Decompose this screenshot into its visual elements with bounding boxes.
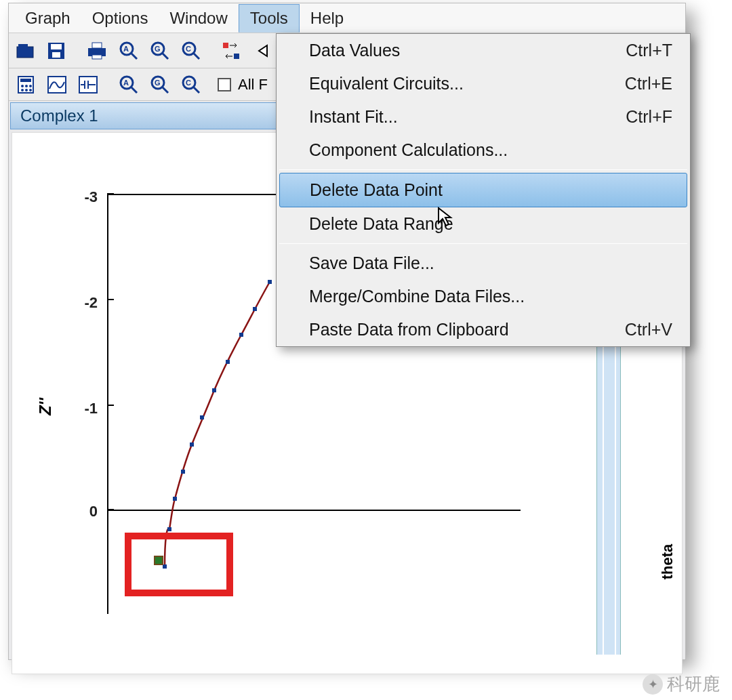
menuitem-label: Merge/Combine Data Files... (309, 287, 525, 306)
menuitem-save-data-file[interactable]: Save Data File... (277, 247, 690, 280)
svg-text:A: A (123, 45, 129, 53)
menuitem-label: Delete Data Point (310, 180, 443, 200)
svg-rect-6 (92, 43, 102, 48)
svg-text:G: G (155, 79, 161, 87)
selected-data-point[interactable] (154, 556, 163, 565)
svg-rect-46 (190, 442, 194, 447)
menuitem-shortcut: Ctrl+V (625, 320, 672, 339)
svg-rect-18 (234, 54, 239, 59)
svg-point-26 (29, 89, 32, 91)
menuitem-shortcut: Ctrl+E (625, 74, 672, 94)
svg-rect-49 (226, 360, 230, 364)
svg-line-37 (163, 87, 168, 93)
ytick-neg3: -3 (70, 188, 98, 206)
wave-icon[interactable] (43, 70, 71, 99)
menuitem-label: Paste Data from Clipboard (309, 320, 509, 339)
menuitem-data-values[interactable]: Data Values Ctrl+T (277, 34, 690, 67)
swap-icon[interactable] (218, 37, 246, 65)
menuitem-label: Instant Fit... (309, 107, 398, 127)
svg-line-9 (131, 54, 137, 59)
menuitem-label: Equivalent Circuits... (309, 74, 464, 94)
menuitem-label: Save Data File... (309, 253, 434, 273)
calculator-icon[interactable] (12, 70, 40, 99)
svg-line-40 (194, 87, 199, 93)
svg-line-12 (163, 54, 168, 59)
tools-dropdown: Data Values Ctrl+T Equivalent Circuits..… (276, 33, 691, 347)
menuitem-label: Delete Data Range (309, 214, 453, 234)
menuitem-delete-data-point[interactable]: Delete Data Point (279, 173, 687, 207)
svg-rect-52 (268, 280, 272, 284)
menubar: Graph Options Window Tools Help (9, 3, 685, 33)
left-icon[interactable] (249, 37, 277, 65)
ytick-0: 0 (70, 503, 98, 520)
svg-text:C: C (186, 45, 191, 53)
subwindow-title: Complex 1 (20, 106, 98, 125)
menu-tools[interactable]: Tools (239, 4, 300, 33)
svg-text:G: G (155, 45, 161, 53)
menuitem-label: Data Values (309, 41, 400, 60)
svg-point-23 (29, 85, 32, 87)
highlight-box (125, 533, 233, 596)
watermark: ✦ 科研鹿 (643, 672, 720, 696)
svg-point-25 (25, 89, 28, 91)
secondary-y-label: theta (659, 544, 677, 580)
menuitem-paste-clipboard[interactable]: Paste Data from Clipboard Ctrl+V (277, 313, 690, 346)
menu-graph[interactable]: Graph (14, 5, 81, 32)
zoom-a-icon[interactable]: A (115, 37, 143, 65)
svg-rect-51 (253, 307, 257, 311)
svg-rect-43 (167, 527, 171, 531)
wechat-icon: ✦ (643, 674, 663, 695)
svg-text:C: C (186, 79, 191, 87)
menuitem-equivalent-circuits[interactable]: Equivalent Circuits... Ctrl+E (277, 67, 690, 100)
app-window: Graph Options Window Tools Help A G C (8, 3, 686, 660)
ytick-neg1: -1 (70, 400, 98, 417)
svg-rect-4 (52, 52, 60, 58)
svg-point-21 (21, 85, 24, 87)
zoom-g-icon[interactable]: G (146, 37, 174, 65)
svg-line-15 (194, 54, 199, 59)
y-axis-label: Z'' (36, 398, 55, 415)
menuitem-delete-data-range[interactable]: Delete Data Range (277, 207, 690, 241)
menuitem-component-calculations[interactable]: Component Calculations... (277, 133, 690, 167)
svg-rect-20 (20, 79, 31, 82)
zoom-c-icon[interactable]: C (177, 37, 205, 65)
menuitem-instant-fit[interactable]: Instant Fit... Ctrl+F (277, 100, 690, 133)
svg-rect-48 (212, 388, 216, 392)
all-f-checkbox[interactable] (218, 78, 231, 91)
menu-separator (279, 243, 687, 244)
secondary-axis-region (596, 336, 621, 655)
save-icon[interactable] (43, 37, 71, 65)
menuitem-shortcut: Ctrl+T (626, 41, 672, 60)
svg-rect-3 (51, 44, 62, 49)
circuit-icon[interactable] (74, 70, 102, 99)
svg-rect-1 (18, 44, 28, 48)
zoom-a2-icon[interactable]: A (115, 70, 143, 99)
menu-help[interactable]: Help (300, 5, 354, 32)
watermark-text: 科研鹿 (667, 672, 720, 696)
svg-rect-45 (181, 470, 185, 474)
menuitem-merge-combine[interactable]: Merge/Combine Data Files... (277, 280, 690, 313)
menu-window[interactable]: Window (159, 5, 238, 32)
svg-point-22 (25, 85, 28, 87)
svg-rect-47 (200, 415, 204, 419)
svg-rect-0 (17, 47, 33, 58)
svg-text:A: A (123, 79, 129, 87)
ytick-neg2: -2 (70, 294, 98, 312)
svg-point-24 (21, 89, 24, 91)
svg-rect-17 (223, 43, 228, 48)
open-icon[interactable] (12, 37, 40, 65)
menu-separator (279, 169, 687, 170)
menuitem-label: Component Calculations... (309, 140, 508, 160)
svg-rect-7 (92, 55, 102, 59)
svg-line-34 (131, 87, 137, 93)
menuitem-shortcut: Ctrl+F (626, 107, 672, 127)
menu-options[interactable]: Options (81, 5, 159, 32)
svg-rect-44 (173, 497, 177, 501)
svg-rect-50 (239, 333, 243, 337)
zoom-g2-icon[interactable]: G (146, 70, 174, 99)
print-icon[interactable] (83, 37, 112, 65)
zoom-c2-icon[interactable]: C (177, 70, 205, 99)
all-f-label: All F (238, 76, 268, 94)
